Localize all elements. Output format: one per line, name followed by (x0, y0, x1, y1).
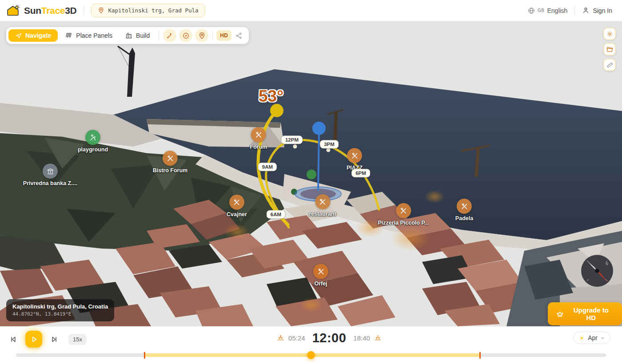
poi-marker-restaurant[interactable]: Orfej (313, 264, 328, 287)
timeline-bar: 15x 05:24 12:00 18:40 Apr (0, 326, 622, 364)
skip-forward-button[interactable] (48, 333, 60, 345)
sun-icon (606, 30, 614, 38)
search-input[interactable]: Kapitolinski trg, Grad Pula (91, 4, 205, 17)
globe-icon (528, 7, 535, 14)
arc-dot-12pm (293, 145, 297, 149)
sun-time-pill: 6AM (267, 210, 285, 219)
upgrade-label: Upgrade to HD (568, 306, 614, 321)
navigate-mode-button[interactable]: Navigate (8, 29, 58, 42)
poi-label: restaurant (309, 211, 336, 217)
time-slider-handle[interactable] (307, 351, 315, 359)
sun-route-tool-button[interactable] (163, 29, 176, 42)
poi-label: Orfej (314, 281, 327, 287)
sign-in-button[interactable]: Sign In (582, 7, 612, 14)
sun-time-pill: 12PM (281, 136, 303, 144)
compass-tool-button[interactable] (179, 29, 192, 42)
restaurant-icon (460, 202, 469, 210)
map-3d-view[interactable]: 53° playground Privredna banka Z.... Bis… (0, 0, 622, 364)
poi-label: Cvajner (227, 211, 247, 218)
share-icon (235, 32, 243, 40)
location-pin-head (312, 122, 326, 135)
poi-marker-bank[interactable]: Privredna banka Z.... (23, 164, 77, 186)
place-panels-button[interactable]: Place Panels (60, 29, 118, 42)
poi-label: Pizzeria Piccolo P... (378, 220, 429, 226)
time-display: 05:24 12:00 18:40 (277, 331, 382, 345)
restaurant-icon (166, 154, 174, 162)
restaurant-icon (350, 151, 359, 160)
poi-marker-restaurant[interactable]: Bistro Forum (153, 151, 187, 174)
poi-marker-restaurant[interactable]: Forum (250, 127, 267, 150)
chevron-down-icon (600, 336, 605, 340)
open-project-button[interactable] (603, 43, 616, 55)
play-button[interactable] (25, 331, 42, 348)
skip-forward-icon (50, 335, 59, 344)
restaurant-icon (317, 267, 325, 276)
suntrace-house-icon (6, 4, 20, 16)
mode-toolbar: Navigate Place Panels Build HD (6, 27, 249, 44)
restaurant-icon (254, 131, 263, 139)
time-slider-track[interactable] (16, 353, 606, 357)
sun-time-pill: 6PM (351, 169, 370, 178)
measure-tool-button[interactable] (603, 59, 616, 71)
sun-time-pill: 3PM (320, 140, 339, 149)
sun-time-pill: 9AM (258, 163, 277, 171)
header-divider (84, 5, 84, 16)
navigate-cursor-icon (15, 32, 22, 39)
bank-icon (46, 167, 54, 175)
poi-label: playground (78, 146, 108, 153)
current-time: 12:00 (312, 331, 347, 345)
poi-marker-restaurant[interactable]: PIAZZ (347, 148, 363, 171)
hd-quality-badge[interactable]: HD (216, 30, 231, 41)
poi-label: Bistro Forum (153, 167, 187, 174)
crown-icon (556, 310, 564, 318)
poi-label: Padela (455, 215, 473, 222)
month-label: Apr (588, 334, 598, 341)
location-info-card: Kapitolinski trg, Grad Pula, Croatia 44.… (6, 299, 114, 321)
brand-name: SunTrace3D (24, 5, 76, 16)
compass[interactable]: N (581, 254, 614, 287)
skip-back-button[interactable] (7, 333, 19, 345)
play-icon (30, 335, 38, 344)
playback-speed-button[interactable]: 15x (68, 334, 87, 345)
brand-logo[interactable]: SunTrace3D (0, 4, 76, 16)
restaurant-icon (232, 198, 241, 206)
ruler-icon (606, 61, 614, 69)
restaurant-icon (318, 198, 327, 206)
location-pin-icon (98, 7, 104, 14)
toolbar-divider (212, 31, 213, 40)
solar-panel-icon (65, 32, 73, 40)
sunset-icon (374, 335, 382, 342)
playground-icon (89, 133, 97, 142)
poi-marker-restaurant[interactable]: Cvajner (227, 195, 247, 218)
sun-settings-button[interactable] (603, 28, 616, 40)
poi-marker-restaurant[interactable]: restaurant (309, 194, 336, 217)
month-sun-icon (578, 335, 585, 341)
user-icon (582, 7, 590, 14)
header-divider (574, 5, 575, 16)
poi-marker-playground[interactable]: playground (78, 130, 108, 153)
poi-label: Privredna banka Z.... (23, 180, 77, 186)
poi-marker-restaurant[interactable]: Pizzeria Piccolo P... (378, 203, 429, 226)
sunrise-tick (144, 352, 145, 359)
arc-dot-3pm (327, 148, 331, 152)
pin-tool-button[interactable] (195, 29, 208, 42)
skip-back-icon (9, 335, 17, 344)
upgrade-to-hd-button[interactable]: Upgrade to HD (548, 302, 622, 325)
route-icon (166, 32, 174, 40)
app-header: SunTrace3D Kapitolinski trg, Grad Pula G… (0, 0, 622, 21)
poi-label: Forum (250, 144, 267, 150)
language-label: English (547, 7, 567, 14)
location-coordinates: 44.8702°N, 13.8419°E (12, 311, 108, 317)
month-selector[interactable]: Apr (573, 332, 610, 344)
sign-in-label: Sign In (593, 7, 612, 14)
location-title: Kapitolinski trg, Grad Pula, Croatia (12, 303, 108, 310)
share-button[interactable] (233, 30, 244, 41)
language-selector[interactable]: GB English (528, 7, 567, 14)
build-mode-button[interactable]: Build (120, 29, 155, 42)
poi-marker-restaurant[interactable]: Padela (455, 199, 473, 222)
sunset-tick (479, 352, 481, 359)
folder-open-icon (606, 46, 614, 53)
sun-position-handle (270, 104, 283, 117)
toolbar-divider (159, 31, 159, 40)
compass-icon (182, 32, 190, 40)
